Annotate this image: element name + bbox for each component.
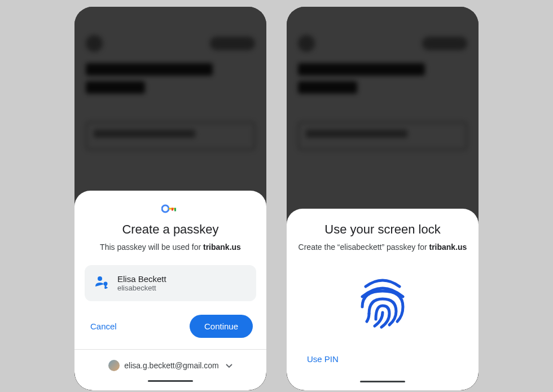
use-pin-button[interactable]: Use PIN [305,350,341,368]
fingerprint-icon[interactable] [297,265,468,347]
background-blurred-content [86,18,255,150]
account-card[interactable]: Elisa Beckett elisabeckett [85,265,256,301]
account-name: Elisa Beckett [117,274,166,284]
footer-account-selector[interactable]: elisa.g.beckett@gmail.com [85,358,256,376]
passkey-account-icon [94,274,109,292]
sheet-title: Create a passkey [85,222,256,237]
svg-rect-3 [172,208,173,211]
svg-point-0 [162,205,169,212]
cancel-button[interactable]: Cancel [88,317,119,336]
continue-button[interactable]: Continue [190,315,253,338]
sheet-subtitle: Create the “elisabeckett” passkey for tr… [297,243,468,252]
svg-rect-2 [174,208,176,212]
screen-lock-sheet: Use your screen lock Create the “elisabe… [287,209,479,390]
passkey-create-sheet: Create a passkey This passkey will be us… [74,191,266,390]
button-row: Cancel Continue [85,315,256,338]
phone-right: Use your screen lock Create the “elisabe… [287,7,479,390]
account-info: Elisa Beckett elisabeckett [117,274,166,292]
svg-rect-7 [105,287,108,288]
chevron-down-icon [226,361,232,370]
home-indicator [360,381,405,382]
subtitle-domain: tribank.us [203,243,241,252]
account-username: elisabeckett [117,284,166,292]
sheet-subtitle: This passkey will be used for tribank.us [85,243,256,252]
footer-divider [74,349,266,350]
subtitle-prefix: Create the “elisabeckett” passkey for [299,243,429,252]
background-blurred-content [298,18,467,150]
home-indicator [148,380,193,382]
phone-left: Create a passkey This passkey will be us… [74,7,266,390]
subtitle-prefix: This passkey will be used for [100,243,203,252]
subtitle-domain: tribank.us [429,243,467,252]
svg-point-4 [98,276,102,281]
passkey-logo-icon [85,204,256,213]
sheet-title: Use your screen lock [297,222,468,237]
footer-email: elisa.g.beckett@gmail.com [124,361,219,370]
avatar [108,360,120,371]
use-pin-row: Use PIN [297,347,468,376]
